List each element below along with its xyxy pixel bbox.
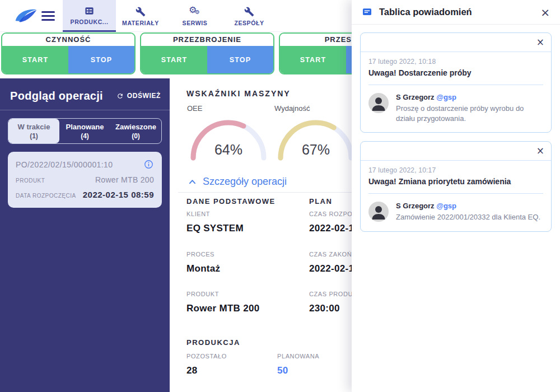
sidebar-title: Podgląd operacji <box>10 90 103 102</box>
field-pozostalo: POZOSTAŁO 28 <box>186 353 227 376</box>
mention-link[interactable]: @gsp <box>436 93 456 101</box>
sidebar-tab-zawieszone[interactable]: Zawieszone (0) <box>110 119 161 143</box>
action-group-czynnosc: CZYNNOŚĆ START STOP <box>1 32 136 74</box>
message-icon <box>362 7 372 17</box>
production-icon <box>84 5 95 16</box>
tab-label: PRODUKC... <box>71 18 109 25</box>
wrench-icon <box>244 6 255 17</box>
notification-divider <box>368 193 543 194</box>
notification-card: × 17 lutego 2022, 10:18 Uwaga! Dostarcze… <box>360 32 552 133</box>
group-title: CZYNNOŚĆ <box>2 34 134 46</box>
wydajnosc-value: 67% <box>302 142 330 157</box>
gauge-wydajnosc-label: Wydajność <box>274 104 310 113</box>
panel-title: Tablica powiadomień <box>379 7 540 17</box>
product-label: PRODUKT <box>16 178 45 184</box>
operation-id: PO/2022/02/15/000001:10 <box>16 160 113 169</box>
operation-card[interactable]: PO/2022/02/15/000001:10 PRODUKT Rower MT… <box>8 152 162 208</box>
details-title: Szczegóły operacji <box>203 176 287 188</box>
mes-app: PRODUKC... MATERIAŁY ⚙ ⚙ SERWIS Z <box>0 0 560 392</box>
group-title: PRZEZBROJENIE <box>141 34 273 46</box>
sidebar-tab-planowane[interactable]: Planowane (4) <box>59 119 110 143</box>
refresh-icon <box>116 92 124 100</box>
sidebar-tab-w-trakcie[interactable]: W trakcie (1) <box>8 119 59 143</box>
menu-hamburger-icon[interactable] <box>41 11 55 21</box>
planowana-link[interactable]: 50 <box>277 365 319 376</box>
czynnosc-stop-button[interactable]: STOP <box>68 46 134 73</box>
tab-produkcja[interactable]: PRODUKC... <box>63 0 116 32</box>
przestoj-start-button[interactable]: START <box>280 46 346 73</box>
notification-panel-header: Tablica powiadomień × <box>352 0 560 25</box>
notification-card-header: × <box>361 142 551 161</box>
start-date-label: DATA ROZPOCZĘCIA <box>16 193 76 199</box>
production-title: PRODUKCJA <box>186 338 240 347</box>
basic-data-title: DANE PODSTAWOWE <box>186 197 276 206</box>
notification-title: Uwaga! Zmiana priorytetu zamówienia <box>368 177 543 186</box>
tab-label: ZESPÓŁY <box>234 20 264 26</box>
notification-date: 17 lutego 2022, 10:17 <box>368 166 543 174</box>
tab-label: MATERIAŁY <box>122 20 159 26</box>
panel-close-icon[interactable]: × <box>540 7 550 18</box>
gears-icon: ⚙ ⚙ <box>189 6 201 17</box>
avatar <box>368 93 389 113</box>
refresh-label: ODŚWIEŻ <box>127 92 161 100</box>
tab-label: SERWIS <box>183 20 208 26</box>
notification-date: 17 lutego 2022, 10:18 <box>368 58 543 66</box>
operations-sidebar: Podgląd operacji ODŚWIEŻ W trakcie (1) P… <box>0 78 170 392</box>
wydajnosc-gauge: 67% <box>276 118 356 162</box>
tab-label: Zawieszone <box>115 123 156 131</box>
mention-link[interactable]: @gsp <box>436 202 456 210</box>
action-group-przezbrojenie: PRZEZBROJENIE START STOP <box>140 32 274 74</box>
author-name: S Grzegorz <box>396 202 435 210</box>
machine-indicators-title: WSKAŹNIKI MASZYNY <box>186 89 291 98</box>
tab-count: (0) <box>132 132 140 140</box>
field-klient: KLIENT EQ SYSTEM <box>186 211 244 234</box>
tab-label: W trakcie <box>18 123 50 131</box>
przezbrojenie-start-button[interactable]: START <box>141 46 207 73</box>
product-value: Rower MTB 200 <box>95 175 154 184</box>
sidebar-divider <box>0 110 170 110</box>
brand-logo <box>13 7 38 24</box>
notification-message: Zamówienie 2022/001/20332 dla Klienta EQ… <box>396 212 540 222</box>
tab-label: Planowane <box>66 123 104 131</box>
refresh-button[interactable]: ODŚWIEŻ <box>116 92 161 100</box>
field-planowana: PLANOWANA 50 <box>277 353 319 376</box>
tab-materialy[interactable]: MATERIAŁY <box>116 0 165 32</box>
czynnosc-start-button[interactable]: START <box>2 46 68 73</box>
tab-count: (1) <box>30 132 38 140</box>
plan-title: PLAN <box>309 197 332 206</box>
przezbrojenie-stop-button[interactable]: STOP <box>207 46 273 73</box>
notification-close-icon[interactable]: × <box>536 38 544 47</box>
tab-zespoly[interactable]: ZESPÓŁY <box>223 0 275 32</box>
notification-divider <box>368 85 543 85</box>
avatar <box>368 202 389 222</box>
start-date-value: 2022-02-15 08:59 <box>83 190 154 199</box>
field-produkt: PRODUKT Rower MTB 200 <box>186 291 260 314</box>
oee-gauge: 64% <box>188 118 269 162</box>
field-proces: PROCES Montaż <box>186 251 220 274</box>
sidebar-tab-group: W trakcie (1) Planowane (4) Zawieszone (… <box>8 118 162 144</box>
notification-message: Proszę o dostarczenie próby wyrobu do dz… <box>396 104 540 123</box>
author-name: S Grzegorz <box>396 93 435 101</box>
wrench-icon <box>135 6 146 17</box>
tab-count: (4) <box>81 132 89 140</box>
sidebar-header: Podgląd operacji ODŚWIEŻ <box>0 78 170 110</box>
notification-close-icon[interactable]: × <box>536 146 544 156</box>
oee-value: 64% <box>214 142 242 157</box>
notification-card: × 17 lutego 2022, 10:17 Uwaga! Zmiana pr… <box>360 141 552 232</box>
notification-card-header: × <box>361 33 551 52</box>
chevron-up-icon <box>189 179 196 184</box>
notification-list: × 17 lutego 2022, 10:18 Uwaga! Dostarcze… <box>352 25 560 248</box>
notification-panel: Tablica powiadomień × × 17 lutego 2022, … <box>352 0 560 392</box>
info-icon[interactable] <box>143 159 154 170</box>
tab-serwis[interactable]: ⚙ ⚙ SERWIS <box>170 0 220 32</box>
notification-title: Uwaga! Dostarczenie próby <box>368 68 543 77</box>
operation-details-toggle[interactable]: Szczegóły operacji <box>189 176 287 188</box>
gauge-oee-label: OEE <box>187 104 202 113</box>
